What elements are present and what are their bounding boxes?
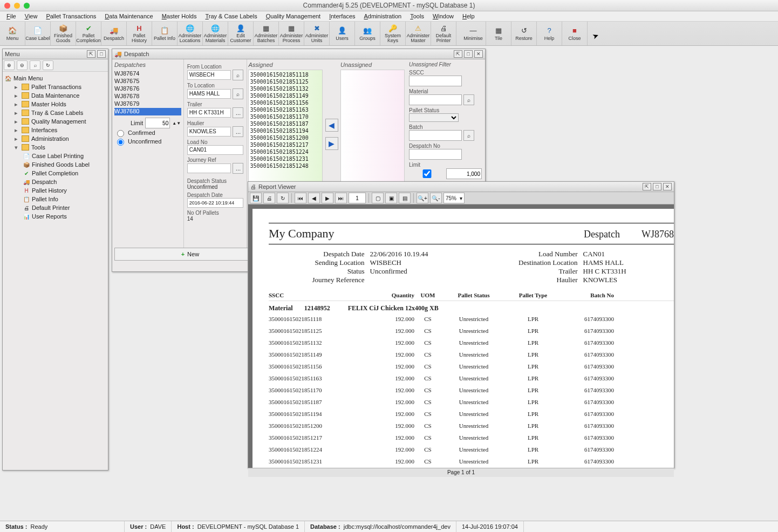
despatches-list[interactable]: Despatches WJ87674WJ87675WJ87676WJ87678W… bbox=[112, 59, 184, 261]
filter-limit-check[interactable] bbox=[411, 169, 443, 178]
despatch-item[interactable]: WJ87678 bbox=[114, 93, 181, 100]
tree-data-maintenance[interactable]: ▸Data Maintenance bbox=[4, 91, 107, 100]
tool-groups[interactable]: 👥Groups bbox=[355, 22, 380, 45]
zoom-select[interactable]: 75% ▾ bbox=[443, 193, 465, 203]
tree-tray-case-labels[interactable]: ▸Tray & Case Labels bbox=[4, 108, 107, 117]
tool-case-label[interactable]: 📄Case Label bbox=[25, 22, 51, 45]
tree-pallet-info[interactable]: 📋Pallet Info bbox=[4, 195, 107, 203]
menu-help[interactable]: Help bbox=[459, 13, 478, 19]
menu-data-maintenance[interactable]: Data Maintenance bbox=[101, 13, 156, 19]
limit-input[interactable] bbox=[145, 118, 170, 128]
menu-tools[interactable]: Tools bbox=[407, 13, 427, 19]
sscc-item[interactable]: 350001615021851125 bbox=[250, 78, 321, 85]
tree-refresh-button[interactable]: ↻ bbox=[43, 60, 53, 70]
new-button[interactable]: +New bbox=[114, 248, 266, 261]
menu-interfaces[interactable]: Interfaces bbox=[326, 13, 358, 19]
maximize-icon[interactable]: □ bbox=[653, 183, 661, 190]
close-icon[interactable]: ✕ bbox=[663, 183, 672, 190]
menu-file[interactable]: File bbox=[3, 13, 19, 19]
prev-page-icon[interactable]: ◀ bbox=[308, 193, 320, 203]
fit-page-icon[interactable]: ▣ bbox=[385, 193, 397, 203]
tool-administer-locations[interactable]: 🌐Administer Locations bbox=[178, 22, 203, 45]
tool-default-printer[interactable]: 🖨Default Printer bbox=[431, 22, 456, 45]
menu-quality-management[interactable]: Quality Management bbox=[263, 13, 324, 19]
despatch-item[interactable]: WJ87680 bbox=[114, 108, 181, 115]
close-window-icon[interactable] bbox=[4, 3, 10, 9]
despatch-item[interactable]: WJ87674 bbox=[114, 70, 181, 78]
sscc-item[interactable]: 350001615021851118 bbox=[250, 71, 321, 78]
tree-tools[interactable]: ▾Tools bbox=[4, 143, 107, 152]
tree-finished-goods-label[interactable]: 📦Finished Goods Label bbox=[4, 160, 107, 169]
tool-pallet-completion[interactable]: ✔Pallet Completion bbox=[76, 22, 101, 45]
tree-default-printer[interactable]: 🖨Default Printer bbox=[4, 203, 107, 212]
sscc-item[interactable]: 350001615021851187 bbox=[250, 120, 321, 127]
tree-interfaces[interactable]: ▸Interfaces bbox=[4, 126, 107, 134]
menu-tree[interactable]: 🏠Main Menu▸Pallet Transactions▸Data Main… bbox=[3, 72, 108, 223]
sscc-item[interactable]: 350001615021851248 bbox=[250, 162, 321, 169]
page-input[interactable] bbox=[349, 193, 366, 203]
sscc-item[interactable]: 350001615021851132 bbox=[250, 85, 321, 92]
tool-administer-master[interactable]: ⚠Administer Master bbox=[406, 22, 431, 45]
trailer-field[interactable]: HH C KT331H bbox=[187, 108, 231, 118]
filter-material-input[interactable] bbox=[409, 94, 462, 105]
filter-batch-input[interactable] bbox=[409, 130, 462, 141]
next-page-icon[interactable]: ▶ bbox=[322, 193, 333, 203]
tool-administer-batches[interactable]: ▦Administer Batches bbox=[254, 22, 279, 45]
report-viewport[interactable]: My Company Despatch WJ87680 Despatch Dat… bbox=[248, 204, 674, 468]
refresh-icon[interactable]: ↻ bbox=[277, 193, 289, 203]
despatch-item[interactable]: WJ87675 bbox=[114, 78, 181, 85]
despatch-item[interactable]: WJ87679 bbox=[114, 100, 181, 108]
tool-system-keys[interactable]: 🔑System Keys bbox=[380, 22, 406, 45]
tree-root[interactable]: 🏠Main Menu bbox=[4, 74, 107, 83]
menu-master-holds[interactable]: Master Holds bbox=[159, 13, 200, 19]
to-location-field[interactable]: HAMS HALL bbox=[187, 89, 231, 99]
despatch-date-field[interactable]: 2016-06-22 10:19:44 bbox=[187, 198, 244, 208]
maximize-icon[interactable]: □ bbox=[97, 50, 106, 58]
tool-despatch[interactable]: 🚚Despatch bbox=[101, 22, 127, 45]
tree-pallet-transactions[interactable]: ▸Pallet Transactions bbox=[4, 83, 107, 91]
tree-collapse-button[interactable]: ⊖ bbox=[17, 60, 28, 70]
tool-menu[interactable]: 🏠Menu bbox=[0, 22, 25, 45]
zoom-in-icon[interactable]: 🔍+ bbox=[417, 193, 428, 203]
tree-expand-button[interactable]: ⊕ bbox=[4, 60, 15, 70]
menu-pallet-transactions[interactable]: Pallet Transactions bbox=[43, 13, 99, 19]
filter-sscc-input[interactable] bbox=[409, 76, 462, 86]
sscc-item[interactable]: 350001615021851170 bbox=[250, 113, 321, 120]
tool-tile[interactable]: ▦Tile bbox=[486, 22, 511, 45]
zoom-window-icon[interactable] bbox=[24, 3, 30, 9]
sscc-item[interactable]: 350001615021851231 bbox=[250, 155, 321, 162]
lookup-icon[interactable]: ⌕ bbox=[463, 94, 474, 105]
last-page-icon[interactable]: ⏭ bbox=[335, 193, 347, 203]
tool-administer-materials[interactable]: 🌐Administer Materials bbox=[203, 22, 228, 45]
filter-despno-input[interactable] bbox=[409, 149, 462, 160]
tree-quality-management[interactable]: ▸Quality Management bbox=[4, 117, 107, 126]
tool-edit-customer[interactable]: 👤Edit Customer bbox=[228, 22, 254, 45]
tool-pallet-history[interactable]: HPallet History bbox=[127, 22, 152, 45]
ellipsis-icon[interactable]: … bbox=[233, 163, 243, 174]
minimize-window-icon[interactable] bbox=[14, 3, 20, 9]
tool-help[interactable]: ?Help bbox=[537, 22, 562, 45]
sscc-item[interactable]: 350001615021851163 bbox=[250, 106, 321, 113]
lookup-icon[interactable]: ⌕ bbox=[463, 130, 474, 141]
tree-administration[interactable]: ▸Administration bbox=[4, 134, 107, 143]
detach-icon[interactable]: ⇱ bbox=[643, 183, 651, 190]
menu-administration[interactable]: Administration bbox=[361, 13, 405, 19]
tool-pallet-info[interactable]: 📋Pallet Info bbox=[152, 22, 178, 45]
maximize-icon[interactable]: □ bbox=[464, 50, 473, 58]
sscc-item[interactable]: 350001615021851194 bbox=[250, 127, 321, 134]
tool-restore[interactable]: ↺Restore bbox=[511, 22, 537, 45]
lookup-icon[interactable]: ⌕ bbox=[233, 70, 243, 80]
tool-administer-units[interactable]: ✖Administer Units bbox=[304, 22, 330, 45]
sscc-item[interactable]: 350001615021851156 bbox=[250, 99, 321, 106]
unconfirmed-radio[interactable] bbox=[117, 139, 124, 146]
despatch-item[interactable]: WJ87676 bbox=[114, 85, 181, 93]
move-left-button[interactable]: ◀ bbox=[325, 119, 338, 132]
tree-despatch[interactable]: 🚚Despatch bbox=[4, 178, 107, 186]
confirmed-radio[interactable] bbox=[117, 130, 124, 137]
tree-master-holds[interactable]: ▸Master Holds bbox=[4, 100, 107, 108]
first-page-icon[interactable]: ⏮ bbox=[295, 193, 306, 203]
actual-size-icon[interactable]: ▢ bbox=[372, 193, 384, 203]
lookup-icon[interactable]: ⌕ bbox=[233, 88, 243, 99]
tree-user-reports[interactable]: 📊User Reports bbox=[4, 212, 107, 221]
loadno-field[interactable]: CAN01 bbox=[187, 145, 244, 155]
